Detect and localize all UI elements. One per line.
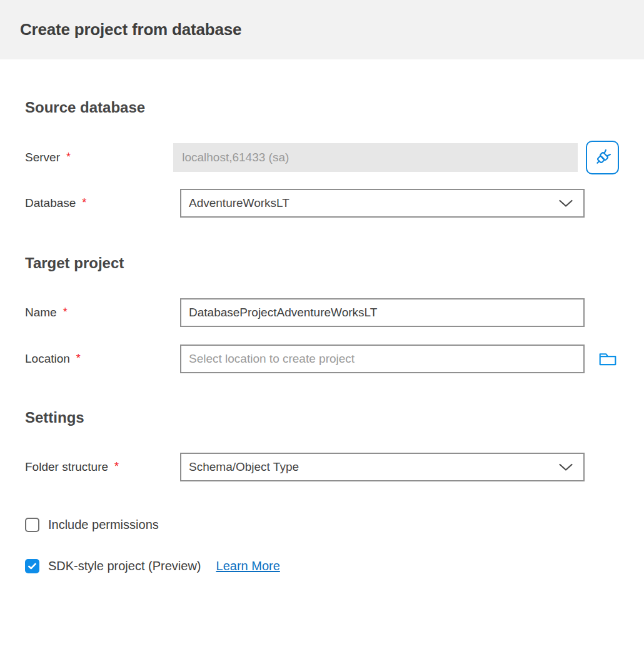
database-row: Database * AdventureWorksLT: [25, 189, 619, 218]
database-label: Database *: [25, 196, 180, 210]
plug-icon: [593, 148, 612, 167]
dialog-header: Create project from database: [0, 0, 644, 59]
server-label: Server *: [25, 151, 173, 164]
chevron-down-icon: [558, 463, 573, 471]
include-permissions-row: Include permissions: [25, 518, 619, 532]
folder-structure-row: Folder structure * Schema/Object Type: [25, 453, 619, 481]
name-row: Name *: [25, 298, 619, 327]
sdk-style-checkbox[interactable]: [25, 559, 39, 573]
required-marker: *: [76, 352, 81, 365]
dialog-body: Source database Server *: [0, 99, 644, 573]
select-connection-button[interactable]: [586, 141, 619, 174]
required-marker: *: [114, 460, 119, 473]
checkmark-icon: [27, 561, 38, 571]
chevron-down-icon: [558, 199, 573, 208]
section-heading-settings: Settings: [25, 409, 619, 426]
name-label: Name *: [25, 306, 180, 319]
location-label: Location *: [25, 352, 180, 366]
folder-structure-dropdown[interactable]: Schema/Object Type: [180, 453, 585, 481]
project-name-input[interactable]: [180, 298, 585, 327]
folder-structure-label: Folder structure *: [25, 460, 180, 474]
include-permissions-label: Include permissions: [48, 518, 159, 532]
page-title: Create project from database: [20, 20, 241, 39]
section-heading-target-project: Target project: [25, 254, 619, 272]
required-marker: *: [66, 151, 71, 164]
section-heading-source-database: Source database: [25, 99, 619, 116]
database-dropdown[interactable]: AdventureWorksLT: [180, 189, 585, 218]
folder-structure-dropdown-value: Schema/Object Type: [189, 460, 299, 474]
browse-folder-button[interactable]: [598, 351, 617, 367]
sdk-style-label: SDK-style project (Preview): [48, 559, 201, 573]
server-input[interactable]: [173, 143, 578, 172]
learn-more-link[interactable]: Learn More: [216, 559, 280, 573]
database-dropdown-value: AdventureWorksLT: [189, 196, 289, 210]
required-marker: *: [82, 196, 86, 209]
location-input[interactable]: [180, 345, 585, 373]
folder-icon: [598, 351, 617, 367]
required-marker: *: [63, 306, 68, 319]
sdk-style-row: SDK-style project (Preview) Learn More: [25, 559, 619, 573]
server-row: Server *: [25, 141, 619, 174]
include-permissions-checkbox[interactable]: [25, 518, 39, 532]
location-row: Location *: [25, 345, 619, 373]
